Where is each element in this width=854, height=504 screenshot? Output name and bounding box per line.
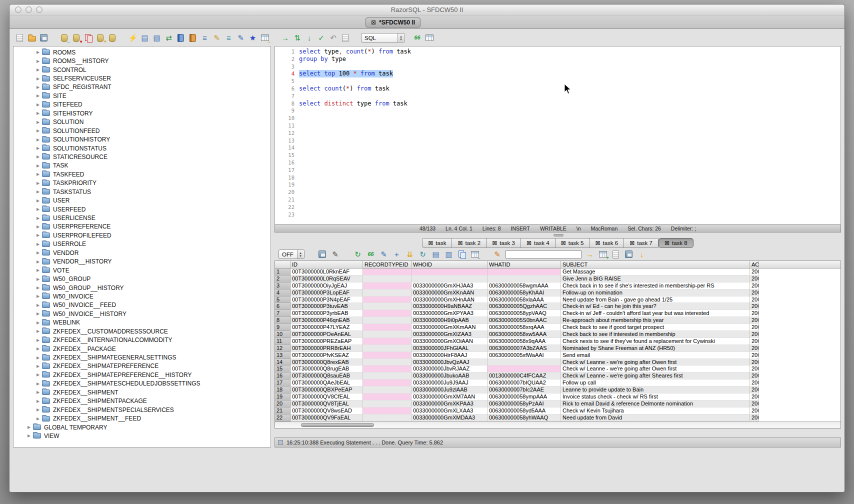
table-row[interactable]: 1800T3000000QBXPeEAP0033000000Ju9zlAAB00… (275, 386, 840, 394)
editor-line[interactable]: 21 (275, 196, 840, 204)
table-cell[interactable] (488, 268, 561, 276)
tree-item[interactable]: ▶SOLUTIONHISTORY (14, 135, 270, 144)
table-cell[interactable]: 0033000000GmXHnAAN (412, 296, 488, 304)
table-cell[interactable]: 00T3000000QV8TjEAL (290, 400, 363, 408)
fetch-icon[interactable]: ↓ (304, 33, 314, 42)
tree-item[interactable]: ▶W50_GROUP (14, 274, 270, 283)
table-cell[interactable]: Check-in w/ Ed - can he join this year? (561, 303, 750, 310)
tree-item[interactable]: ▶ZKFEDEX__CUSTOMADDRESSSOURCE (14, 327, 270, 336)
table-cell[interactable]: 200 (750, 408, 759, 414)
table-row[interactable]: 1600T3000000Q8sauEAB0033000000JbukoAAB00… (275, 372, 840, 380)
table-cell[interactable]: 00T3000000POeAnEAL (290, 331, 363, 338)
save-results-icon[interactable] (318, 250, 327, 259)
table-cell[interactable]: 00630000007bIQUAA2 (488, 380, 561, 386)
sql-mode-select[interactable]: SQL▲▼ (361, 33, 405, 42)
row-number-cell[interactable]: 12 (275, 345, 290, 352)
table-row[interactable]: 2100T3000000QV8wsEAD0033000000GmXLXAA300… (275, 408, 840, 414)
table-cell[interactable]: 00T3000000P3N4pEAF (290, 296, 363, 304)
table-cell[interactable]: 006300000058xlaAAA (488, 296, 561, 304)
column-header[interactable]: AC (750, 261, 759, 268)
editor-line[interactable]: 11 (275, 122, 840, 130)
editor-line[interactable]: 3 (275, 63, 840, 70)
table-cell[interactable]: 200 (750, 296, 759, 304)
snippets-icon[interactable]: 66 (412, 33, 422, 42)
zoom-window-button[interactable] (36, 6, 42, 13)
results-tab[interactable]: ⊠task 7 (624, 238, 658, 248)
disclosure-triangle-icon[interactable]: ▶ (26, 425, 32, 430)
table-row[interactable]: 1500T3000000Q8rugEAB0033000000JbvRJAAZCh… (275, 366, 840, 372)
results-tab[interactable]: ⊠task 6 (590, 238, 624, 248)
row-number-cell[interactable]: 2 (275, 276, 290, 282)
tree-item[interactable]: ▶USER (14, 196, 270, 204)
table-cell[interactable]: Send email (561, 352, 750, 359)
export-grid-icon[interactable]: → (470, 250, 480, 259)
table-cell[interactable] (363, 386, 412, 394)
table-cell[interactable]: Rick to email David & reference Delmonte… (561, 400, 750, 408)
table-cell[interactable]: 200 (750, 310, 759, 317)
table-cell[interactable]: 00T3000000PRR8rEAH (290, 345, 363, 352)
tree-item[interactable]: ▶ZKFEDEX__SHIPMATEGENERALSETTINGS (14, 353, 270, 362)
results-tab[interactable]: ⊠task 3 (486, 238, 521, 248)
table-cell[interactable]: 0013000000C4fFCAAZ (488, 372, 561, 380)
table-cell[interactable]: Check-in w/ Jeff - couldn't afford last … (561, 310, 750, 317)
row-number-cell[interactable]: 19 (275, 394, 290, 400)
table-cell[interactable]: 0033000000GmXIZAA3 (412, 331, 488, 338)
tree-item[interactable]: ▶W50_INVOICE__HISTORY (14, 310, 270, 318)
table-cell[interactable]: 200 (750, 386, 759, 394)
tab-close-icon[interactable]: ⊠ (595, 240, 600, 246)
disclosure-triangle-icon[interactable]: ▶ (35, 85, 41, 90)
editor-line[interactable]: 4select top 100 * from task (275, 70, 840, 78)
tree-item[interactable]: ▶SOLUTIONSTATUS (14, 144, 270, 152)
editor-line[interactable]: 16 (275, 159, 840, 166)
table-cell[interactable]: 200 (750, 290, 759, 296)
table-cell[interactable] (363, 380, 412, 386)
table-cell[interactable] (363, 317, 412, 324)
find-next-icon[interactable]: → (585, 250, 594, 259)
copy-rows-icon[interactable] (457, 250, 466, 259)
tree-item[interactable]: ▶SCONTROL (14, 66, 270, 74)
table-cell[interactable]: 200 (750, 352, 759, 359)
table-cell[interactable]: 006300000058ypVAAQ (488, 310, 561, 317)
panel-splitter[interactable] (271, 46, 274, 448)
table-row[interactable]: 600T3000000P3tuvEAB0033000000H9aNBAAZ006… (275, 303, 840, 310)
table-cell[interactable] (363, 372, 412, 380)
table-cell[interactable]: Check w/ Leanne - we're going after Shea… (561, 372, 750, 380)
disclosure-triangle-icon[interactable]: ▶ (35, 207, 41, 212)
table-cell[interactable]: 200 (750, 317, 759, 324)
disclosure-triangle-icon[interactable]: ▶ (35, 102, 41, 107)
database-icon[interactable] (108, 33, 117, 42)
row-number-cell[interactable]: 20 (275, 400, 290, 408)
run-statement-icon[interactable]: → (280, 33, 290, 42)
table-cell[interactable]: 200 (750, 366, 759, 372)
editor-line[interactable]: 2group by type (275, 56, 840, 63)
table-cell[interactable]: 0033000000JFhGlAAL (412, 345, 488, 352)
tab-close-icon[interactable]: ⊠ (561, 240, 566, 246)
table-cell[interactable]: 200 (750, 338, 759, 345)
export-table-icon[interactable]: → (260, 33, 270, 42)
disclosure-triangle-icon[interactable]: ▶ (35, 138, 41, 142)
disclosure-triangle-icon[interactable]: ▶ (35, 128, 41, 133)
table-cell[interactable]: Invoice status check - check w/ RS first (561, 394, 750, 400)
editor-results-splitter[interactable] (274, 232, 841, 237)
table-cell[interactable]: 0033000000GmXMDAA3 (412, 414, 488, 422)
row-number-cell[interactable]: 18 (275, 386, 290, 394)
table-cell[interactable]: 0033000000GmXM7AAN (412, 394, 488, 400)
table-cell[interactable]: Check w/ Kevin Tsujihara (561, 408, 750, 414)
disclosure-triangle-icon[interactable]: ▶ (35, 346, 41, 351)
tree-item[interactable]: ▶W50_INVOICE__FEED (14, 301, 270, 310)
disclosure-triangle-icon[interactable]: ▶ (35, 94, 41, 98)
table-cell[interactable]: 200 (750, 414, 759, 422)
table-cell[interactable]: 200 (750, 359, 759, 366)
table-cell[interactable]: Follow up call (561, 380, 750, 386)
table-cell[interactable]: 200 (750, 331, 759, 338)
disclosure-triangle-icon[interactable]: ▶ (35, 216, 41, 220)
row-number-cell[interactable]: 10 (275, 331, 290, 338)
table-cell[interactable]: 00T3000000QBXPeEAP (290, 386, 363, 394)
table-cell[interactable]: 00630000007A3bZAAS (488, 345, 561, 352)
table-row[interactable]: 1700T3000000QAeJbEAL0033000000Ju9J9AAJ00… (275, 380, 840, 386)
editor-line[interactable]: 19 (275, 181, 840, 188)
editor-line[interactable]: 15 (275, 152, 840, 159)
table-cell[interactable]: 200 (750, 372, 759, 380)
favorites-star-icon[interactable]: ★ (248, 33, 258, 42)
tree-item[interactable]: ▶SOLUTIONFEED (14, 126, 270, 135)
